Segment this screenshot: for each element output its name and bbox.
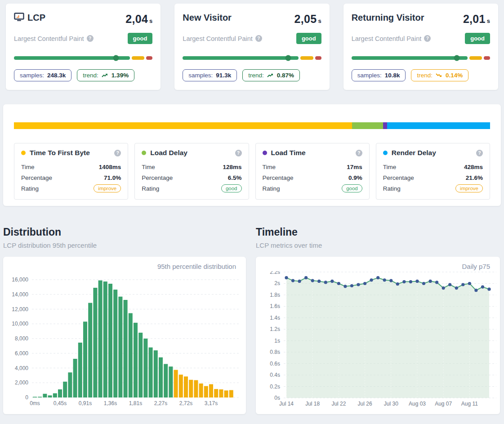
histogram-bar[interactable] xyxy=(63,382,67,397)
histogram-bar[interactable] xyxy=(224,390,228,397)
histogram-bar[interactable] xyxy=(159,357,163,397)
timeline-point[interactable] xyxy=(324,281,327,284)
samples-pill[interactable]: samples: 10.8k xyxy=(352,69,406,81)
timeline-point[interactable] xyxy=(291,279,294,282)
timeline-point[interactable] xyxy=(350,284,353,287)
timeline-point[interactable] xyxy=(330,280,334,283)
x-tick-label: 0ms xyxy=(30,400,40,406)
histogram-bar[interactable] xyxy=(154,350,158,397)
histogram-bar[interactable] xyxy=(174,370,178,397)
timeline-point[interactable] xyxy=(311,279,314,282)
timeline-point[interactable] xyxy=(402,280,406,283)
histogram-bar[interactable] xyxy=(43,394,47,397)
timeline-point[interactable] xyxy=(285,276,288,279)
rating-badge: improve xyxy=(455,184,483,192)
samples-pill[interactable]: samples: 248.3k xyxy=(14,69,71,81)
phase-segment[interactable] xyxy=(387,122,490,129)
timeline-point[interactable] xyxy=(442,286,445,290)
histogram-bar[interactable] xyxy=(113,290,117,397)
timeline-point[interactable] xyxy=(363,282,366,285)
distribution-header: Distribution LCP distribution 95th perce… xyxy=(3,226,246,249)
histogram-bar[interactable] xyxy=(53,393,57,397)
timeline-point[interactable] xyxy=(298,280,301,283)
timeline-point[interactable] xyxy=(429,280,432,283)
histogram-bar[interactable] xyxy=(78,343,82,397)
x-tick-label: Aug 07 xyxy=(435,401,452,407)
help-icon[interactable]: ? xyxy=(476,150,483,156)
histogram-bar[interactable] xyxy=(149,348,153,397)
histogram-bar[interactable] xyxy=(134,323,138,397)
histogram-bar[interactable] xyxy=(179,375,183,397)
histogram-bar[interactable] xyxy=(219,389,223,397)
histogram-bar[interactable] xyxy=(93,288,97,397)
histogram-bar[interactable] xyxy=(48,395,52,397)
help-icon[interactable]: ? xyxy=(114,150,121,156)
timeline-point[interactable] xyxy=(455,286,458,290)
histogram-bar[interactable] xyxy=(164,364,168,398)
threshold-bar-poor xyxy=(484,56,490,60)
timeline-point[interactable] xyxy=(422,282,425,285)
timeline-point[interactable] xyxy=(396,282,399,286)
timeline-point[interactable] xyxy=(383,278,386,281)
samples-pill[interactable]: samples: 91.3k xyxy=(183,69,237,81)
histogram-bar[interactable] xyxy=(58,389,62,397)
histogram-bar[interactable] xyxy=(143,339,147,397)
threshold-bar-improve xyxy=(300,56,313,60)
timeline-point[interactable] xyxy=(389,279,392,282)
timeline-point[interactable] xyxy=(370,278,373,281)
histogram-bar[interactable] xyxy=(83,321,87,397)
histogram-bar[interactable] xyxy=(209,384,213,398)
timeline-point[interactable] xyxy=(304,276,308,279)
trend-pill[interactable]: trend: 1.39% xyxy=(77,69,134,81)
timeline-point[interactable] xyxy=(317,280,321,283)
histogram-bar[interactable] xyxy=(214,389,218,397)
phase-segment[interactable] xyxy=(352,122,383,129)
help-icon[interactable]: ? xyxy=(424,35,431,42)
timeline-point[interactable] xyxy=(468,282,471,285)
histogram-bar[interactable] xyxy=(118,297,122,397)
help-icon[interactable]: ? xyxy=(255,35,262,42)
histogram-bar[interactable] xyxy=(184,376,188,397)
y-tick-label: 1.2s xyxy=(270,326,280,332)
histogram-bar[interactable] xyxy=(33,397,37,398)
histogram-bar[interactable] xyxy=(73,359,77,397)
histogram-bar[interactable] xyxy=(38,397,42,397)
histogram-bar[interactable] xyxy=(108,284,112,397)
phase-segment[interactable] xyxy=(383,122,388,129)
histogram-bar[interactable] xyxy=(199,384,203,397)
y-tick-label: 12,000 xyxy=(12,306,28,312)
trend-pill[interactable]: trend: 0.14% xyxy=(411,69,468,81)
timeline-point[interactable] xyxy=(461,283,464,286)
phase-segment[interactable] xyxy=(14,122,352,129)
timeline-point[interactable] xyxy=(474,289,477,292)
histogram-bar[interactable] xyxy=(189,380,193,397)
timeline-point[interactable] xyxy=(376,276,379,279)
help-icon[interactable]: ? xyxy=(235,150,242,156)
timeline-point[interactable] xyxy=(409,280,412,283)
histogram-bar[interactable] xyxy=(68,372,72,397)
help-icon[interactable]: ? xyxy=(87,35,94,42)
histogram-bar[interactable] xyxy=(124,300,128,397)
timeline-point[interactable] xyxy=(415,280,419,283)
histogram-bar[interactable] xyxy=(129,313,133,398)
help-icon[interactable]: ? xyxy=(356,150,362,156)
trend-pill[interactable]: trend: 0.87% xyxy=(242,69,300,81)
histogram-bar[interactable] xyxy=(169,366,173,397)
timeline-point[interactable] xyxy=(435,281,438,284)
histogram-bar[interactable] xyxy=(103,281,107,397)
threshold-bar-poor xyxy=(146,56,152,60)
status-badge: good xyxy=(465,33,490,44)
histogram-bar[interactable] xyxy=(88,303,92,397)
histogram-bar[interactable] xyxy=(194,380,198,398)
timeline-point[interactable] xyxy=(343,285,347,288)
histogram-bar[interactable] xyxy=(229,390,233,397)
timeline-point[interactable] xyxy=(337,282,340,285)
timeline-point[interactable] xyxy=(487,288,491,291)
timeline-point[interactable] xyxy=(357,283,360,286)
timeline-point[interactable] xyxy=(448,283,451,286)
histogram-bar[interactable] xyxy=(204,386,208,397)
timeline-point[interactable] xyxy=(481,286,484,289)
render-delay-dot-icon xyxy=(383,151,388,155)
histogram-bar[interactable] xyxy=(138,333,143,397)
histogram-bar[interactable] xyxy=(98,281,103,397)
